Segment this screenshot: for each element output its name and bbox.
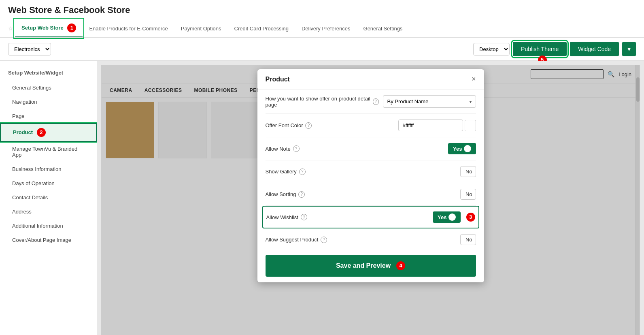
header: Web Store & Facebook Store ☆ Setup Web S…: [0, 0, 644, 38]
font-color-control: [398, 119, 476, 131]
widget-code-button[interactable]: Widget Code: [570, 42, 619, 56]
modal-row-show-gallery: Show Gallery ? No: [266, 160, 476, 183]
allow-note-toggle: Yes: [448, 143, 476, 154]
offer-help-icon[interactable]: ?: [373, 98, 378, 105]
font-color-input[interactable]: [398, 119, 463, 131]
offer-select-wrap: By Product Name By SKU By Both: [383, 95, 476, 108]
sidebar-item-general-settings[interactable]: General Settings: [0, 81, 97, 95]
allow-wishlist-toggle-yes[interactable]: Yes: [433, 211, 460, 223]
sidebar-section-title: Setup Website/Widget: [0, 65, 97, 81]
show-gallery-toggle-no[interactable]: No: [460, 166, 476, 177]
font-color-help-icon[interactable]: ?: [305, 122, 312, 129]
sidebar-item-contact-details[interactable]: Contact Details: [0, 190, 97, 205]
modal-row-allow-wishlist: Allow Wishlist ? Yes 3: [262, 206, 479, 228]
sidebar-item-product[interactable]: Product 2: [0, 123, 97, 142]
color-swatch[interactable]: [465, 120, 476, 131]
modal-row-font-color: Offer Font Color ?: [266, 114, 476, 137]
allow-suggest-toggle-no[interactable]: No: [460, 234, 476, 245]
modal-row-allow-note: Allow Note ? Yes: [266, 137, 476, 160]
tab-general-settings[interactable]: General Settings: [357, 21, 409, 36]
allow-sorting-help-icon[interactable]: ?: [298, 191, 305, 198]
show-gallery-label: Show Gallery ?: [266, 169, 306, 175]
product-modal: Product × How you want to show offer on …: [257, 69, 484, 282]
toggle-wishlist-slider: [448, 213, 456, 221]
modal-body: How you want to show offer on product de…: [257, 90, 484, 277]
modal-header: Product ×: [257, 69, 484, 90]
offer-label: How you want to show offer on product de…: [266, 96, 379, 108]
sidebar-item-manage-townvu[interactable]: Manage TownVu & Branded App: [0, 142, 97, 162]
show-gallery-toggle: No: [460, 166, 476, 177]
tab-setup-web-store[interactable]: Setup Web Store 1: [15, 19, 83, 37]
allow-wishlist-help-icon[interactable]: ?: [301, 214, 307, 220]
allow-suggest-help-icon[interactable]: ?: [321, 237, 327, 243]
modal-title: Product: [266, 76, 290, 83]
toolbar: Electronics Desktop Publish Theme 5 Widg…: [0, 38, 644, 61]
modal-overlay: Product × How you want to show offer on …: [102, 65, 640, 335]
allow-wishlist-label: Allow Wishlist ?: [266, 214, 307, 220]
preview-inner: 🔍 Login CAMERA ACCESSORIES MOBILE PHONES…: [101, 65, 640, 335]
toolbar-left: Electronics: [8, 43, 51, 55]
sidebar-item-page[interactable]: Page: [0, 109, 97, 123]
allow-sorting-label: Allow Sorting ?: [266, 191, 305, 198]
tab-delivery[interactable]: Delivery Preferences: [295, 21, 357, 36]
chevron-down-icon: ▼: [626, 46, 632, 52]
preview-area: 🔍 Login CAMERA ACCESSORIES MOBILE PHONES…: [97, 61, 644, 335]
sidebar-item-cover-image[interactable]: Cover/About Page Image: [0, 233, 97, 247]
annotation-badge-3: 3: [466, 213, 475, 222]
sidebar: Setup Website/Widget General Settings Na…: [0, 61, 97, 335]
save-preview-button[interactable]: Save and Preview 4: [266, 255, 476, 277]
modal-row-allow-suggest: Allow Suggest Product ? No: [266, 228, 476, 251]
offer-type-select[interactable]: By Product Name By SKU By Both: [383, 95, 476, 108]
annotation-badge-4: 4: [396, 261, 405, 270]
allow-suggest-label: Allow Suggest Product ?: [266, 237, 327, 243]
allow-note-toggle-yes[interactable]: Yes: [448, 143, 476, 154]
tab-enable-products[interactable]: Enable Products for E-Commerce: [83, 21, 174, 36]
font-color-label: Offer Font Color ?: [266, 122, 312, 129]
allow-wishlist-toggle: Yes 3: [433, 211, 475, 223]
allow-note-label: Allow Note ?: [266, 145, 300, 152]
modal-row-offer-type: How you want to show offer on product de…: [266, 90, 476, 114]
toggle-slider-icon: [464, 145, 471, 152]
toolbar-right: Desktop Publish Theme 5 Widget Code ▼: [473, 42, 636, 56]
annotation-badge-1: 1: [67, 23, 76, 32]
view-select[interactable]: Desktop: [473, 43, 510, 55]
show-gallery-help-icon[interactable]: ?: [299, 169, 306, 175]
sidebar-item-address[interactable]: Address: [0, 205, 97, 219]
allow-sorting-toggle-no[interactable]: No: [460, 189, 476, 200]
sidebar-item-navigation[interactable]: Navigation: [0, 95, 97, 109]
sidebar-item-additional-info[interactable]: Additional Information: [0, 219, 97, 233]
store-select[interactable]: Electronics: [8, 43, 51, 55]
sidebar-item-business-info[interactable]: Business Information: [0, 162, 97, 176]
nav-tab-star: ☆: [8, 25, 13, 32]
nav-tabs: ☆ Setup Web Store 1 Enable Products for …: [8, 19, 636, 37]
page-title: Web Store & Facebook Store: [8, 5, 636, 15]
allow-sorting-toggle: No: [460, 189, 476, 200]
allow-suggest-toggle: No: [460, 234, 476, 245]
main-layout: Setup Website/Widget General Settings Na…: [0, 61, 644, 335]
modal-close-button[interactable]: ×: [472, 75, 476, 83]
allow-note-help-icon[interactable]: ?: [293, 145, 300, 152]
sidebar-item-days-of-operation[interactable]: Days of Operation: [0, 176, 97, 190]
tab-credit-card[interactable]: Credit Card Processing: [227, 21, 295, 36]
modal-row-allow-sorting: Allow Sorting ? No: [266, 183, 476, 206]
tab-payment-options[interactable]: Payment Options: [174, 21, 228, 36]
more-options-button[interactable]: ▼: [622, 42, 636, 56]
annotation-badge-2: 2: [37, 128, 46, 137]
publish-theme-button[interactable]: Publish Theme 5: [513, 42, 567, 56]
